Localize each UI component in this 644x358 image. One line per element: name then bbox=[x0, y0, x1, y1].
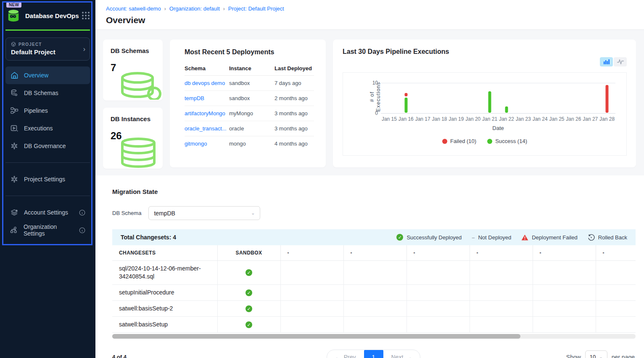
bar-chart-toggle-button[interactable] bbox=[600, 57, 613, 66]
sidebar-item-label: DB Schemas bbox=[24, 90, 58, 96]
x-tick-label: Jan 21 bbox=[481, 116, 498, 122]
empty-status-cell bbox=[406, 260, 470, 284]
empty-status-cell bbox=[343, 284, 406, 300]
empty-status-cell bbox=[470, 300, 533, 316]
sidebar-item-pipelines[interactable]: Pipelines bbox=[5, 102, 90, 119]
sidebar-item-label: Overview bbox=[24, 72, 48, 79]
sidebar-item-project-settings[interactable]: Project Settings bbox=[5, 170, 90, 188]
info-icon[interactable] bbox=[79, 209, 85, 216]
info-icon[interactable] bbox=[79, 227, 85, 233]
app-title: Database DevOps bbox=[25, 12, 82, 19]
layers-gear-icon bbox=[10, 208, 18, 217]
migration-title: Migration State bbox=[112, 188, 636, 195]
pager: ← Prev 1 Next → bbox=[327, 350, 421, 358]
current-page-button[interactable]: 1 bbox=[364, 350, 383, 358]
changesets-column-header: - bbox=[533, 245, 596, 260]
breadcrumb-link[interactable]: Organization: default bbox=[169, 5, 220, 12]
deployments-column-header: Schema bbox=[185, 61, 229, 76]
x-tick-label: Jan 15 bbox=[381, 116, 398, 122]
db-schema-select[interactable]: tempDB ⌄ bbox=[148, 206, 260, 220]
empty-status-cell bbox=[470, 316, 533, 332]
chart-type-toggle bbox=[600, 57, 627, 66]
legend-label: Failed (10) bbox=[450, 138, 476, 144]
y-tick-0: 0 bbox=[375, 110, 378, 116]
database-icon bbox=[116, 72, 162, 100]
page-size-select[interactable]: 10 ⌄ bbox=[585, 350, 607, 358]
rollback-icon bbox=[588, 234, 595, 241]
failed-bar bbox=[606, 85, 609, 113]
empty-status-cell bbox=[533, 300, 596, 316]
empty-status-cell bbox=[343, 316, 406, 332]
scrollbar-thumb[interactable] bbox=[112, 334, 520, 339]
deployment-row: gitmongomongo4 months ago bbox=[185, 136, 314, 151]
x-tick-label: Jan 20 bbox=[465, 116, 481, 122]
failed-bar bbox=[404, 93, 407, 96]
x-tick-label: Jan 19 bbox=[448, 116, 465, 122]
schema-link[interactable]: db devops demo bbox=[185, 80, 225, 86]
pipeline-executions-card: Last 30 Days Pipeline Executions # of Ex… bbox=[333, 40, 636, 167]
line-chart-toggle-button[interactable] bbox=[614, 57, 627, 66]
project-selector[interactable]: PROJECT Default Project › bbox=[5, 37, 90, 61]
schema-link[interactable]: artifactoryMongo bbox=[185, 110, 225, 117]
sidebar-item-overview[interactable]: Overview bbox=[5, 66, 90, 84]
breadcrumb-link[interactable]: Account: satwell-demo bbox=[106, 5, 161, 12]
schema-link[interactable]: gitmongo bbox=[185, 141, 207, 147]
empty-status-cell bbox=[596, 300, 636, 316]
legend-dot-icon bbox=[442, 139, 447, 144]
empty-status-cell bbox=[280, 284, 343, 300]
instance-cell: mongo bbox=[229, 136, 274, 151]
empty-status-cell bbox=[280, 260, 343, 284]
page-title: Overview bbox=[106, 15, 644, 25]
last-deployed-cell: 3 months ago bbox=[274, 121, 314, 136]
overview-cards: DB Schemas 7 DB Instances bbox=[95, 30, 644, 172]
schema-link[interactable]: tempDB bbox=[185, 95, 204, 101]
sidebar-item-label: Pipelines bbox=[24, 107, 48, 114]
show-label: Show bbox=[566, 354, 581, 358]
pager-zone: ← Prev 1 Next → bbox=[222, 350, 525, 358]
x-tick-label: Jan 16 bbox=[398, 116, 414, 122]
sidebar-divider bbox=[5, 196, 90, 196]
chart-legend-item[interactable]: Failed (10) bbox=[442, 138, 476, 144]
chevron-right-icon: › bbox=[83, 45, 85, 53]
project-label-row: PROJECT bbox=[11, 42, 84, 47]
sidebar-item-db-governance[interactable]: DB Governance bbox=[5, 137, 90, 155]
y-tick-10: 10 bbox=[372, 80, 378, 86]
sidebar-item-db-schemas[interactable]: DB Schemas bbox=[5, 84, 90, 102]
app-switcher-grid-icon[interactable] bbox=[82, 12, 90, 19]
sidebar-item-account-settings[interactable]: Account Settings bbox=[5, 204, 90, 221]
line-chart-icon bbox=[617, 59, 624, 64]
breadcrumb-link[interactable]: Project: Default Project bbox=[228, 5, 284, 12]
db-schema-selected-value: tempDB bbox=[154, 210, 175, 217]
total-changesets-label: Total Changesets: 4 bbox=[121, 234, 176, 241]
x-tick-label: Jan 28 bbox=[599, 116, 615, 122]
prev-page-button[interactable]: ← Prev bbox=[327, 350, 364, 358]
next-page-button[interactable]: Next → bbox=[383, 350, 420, 358]
empty-status-cell bbox=[280, 300, 343, 316]
breadcrumb-separator: › bbox=[164, 6, 166, 12]
app-logo-icon bbox=[6, 8, 21, 23]
deployments-title: Most Recent 5 Deployments bbox=[185, 48, 314, 56]
changesets-column-header: CHANGESETS bbox=[112, 245, 217, 260]
x-tick-label: Jan 27 bbox=[582, 116, 599, 122]
sidebar-item-executions[interactable]: Executions bbox=[5, 119, 90, 137]
chart-legend-item[interactable]: Success (14) bbox=[487, 138, 527, 144]
org-gear-icon bbox=[10, 226, 18, 234]
deployment-row: artifactoryMongomyMongo3 months ago bbox=[185, 106, 314, 121]
x-tick-label: Jan 23 bbox=[515, 116, 532, 122]
app-window: NEW Database DevOps PR bbox=[0, 0, 644, 358]
status-legend-label: Deployment Failed bbox=[532, 234, 577, 241]
x-tick-label: Jan 26 bbox=[565, 116, 582, 122]
changeset-row: setupInitialProcedure✓ bbox=[112, 284, 636, 300]
changesets-header-bar: Total Changesets: 4 ✓Successfully Deploy… bbox=[112, 229, 636, 245]
sidebar-item-label: DB Governance bbox=[24, 143, 66, 149]
status-legend-item: ✓Successfully Deployed bbox=[396, 234, 462, 241]
instance-cell: sandbox bbox=[229, 76, 274, 91]
sidebar-logo-row: NEW Database DevOps bbox=[0, 0, 95, 28]
sidebar-item-organization-settings[interactable]: Organization Settings bbox=[5, 221, 90, 239]
changesets-table: CHANGESETSSANDBOX------ sql/2024-10-14-1… bbox=[112, 245, 636, 333]
instance-cell: myMongo bbox=[229, 106, 274, 121]
status-legend-label: Successfully Deployed bbox=[406, 234, 462, 241]
arrow-left-icon: ← bbox=[335, 354, 341, 358]
schema-link[interactable]: oracle_transact... bbox=[185, 125, 227, 132]
empty-status-cell bbox=[533, 284, 596, 300]
